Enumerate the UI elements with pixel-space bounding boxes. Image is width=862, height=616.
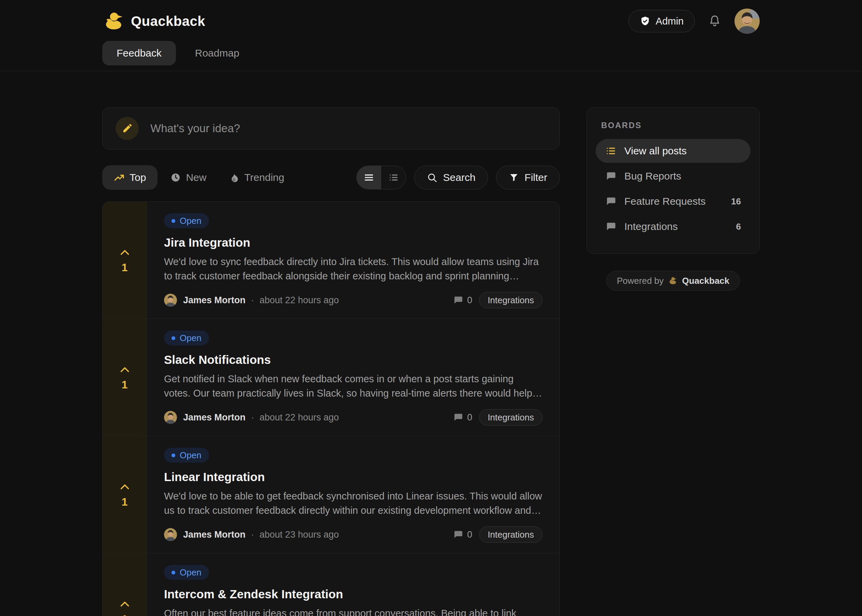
view-list-icon[interactable] [381,166,406,189]
user-avatar[interactable] [734,8,760,34]
clock-icon [170,173,181,182]
top-bar: Quackback Admin [0,0,862,71]
comment-count: 0 [467,412,472,423]
post-row-linear-integration[interactable]: 1 Open Linear Integration We'd love to b… [102,436,559,553]
meta-separator: · [251,412,254,423]
post-title[interactable]: Jira Integration [164,236,542,250]
sort-new-button[interactable]: New [161,165,216,190]
post-description: Often our best feature ideas come from s… [164,606,542,616]
admin-button[interactable]: Admin [629,10,695,32]
search-button[interactable]: Search [414,166,488,189]
sort-top-button[interactable]: Top [102,165,158,190]
sidebar-item-label: Feature Requests [624,196,706,207]
vote-count: 1 [122,613,128,616]
tag-integrations[interactable]: Integrations [479,409,542,426]
upvote-chevron-icon[interactable] [119,598,131,610]
post-title[interactable]: Linear Integration [164,470,542,484]
search-icon [427,173,438,183]
post-title[interactable]: Slack Notifications [164,353,542,366]
meta-separator: · [251,530,254,540]
main-nav-tabs: Feedback Roadmap [102,41,760,71]
comment-count: 0 [467,295,472,306]
view-mode-toggle [356,166,406,189]
tab-roadmap[interactable]: Roadmap [181,41,254,65]
new-idea-composer[interactable]: What's your idea? [102,107,560,149]
sidebar-item-bug-reports[interactable]: Bug Reports [596,164,750,188]
meta-separator: · [251,295,254,306]
comment-count-group: 0 [453,530,472,540]
sidebar-item-label: Integrations [624,221,678,233]
upvote-chevron-icon[interactable] [119,246,131,259]
list-icon [605,146,616,156]
comment-bubble-icon [453,295,463,305]
status-dot-icon [172,219,175,223]
post-description: We'd love to be able to get feedback syn… [164,489,542,517]
chat-bubble-icon [605,171,616,182]
sort-new-label: New [186,172,206,183]
view-rows-icon[interactable] [357,166,381,189]
powered-duck-icon [668,276,678,285]
sidebar-item-view-all-posts[interactable]: View all posts [596,139,750,163]
author-avatar [164,294,177,306]
shield-check-icon [640,16,651,27]
tab-feedback[interactable]: Feedback [102,41,176,65]
status-dot-icon [172,454,175,457]
filter-button[interactable]: Filter [496,166,560,189]
powered-brand-label: Quackback [682,276,730,286]
sidebar-item-label: Bug Reports [624,170,681,182]
sidebar-item-feature-requests[interactable]: Feature Requests 16 [596,189,750,213]
vote-column: 1 [102,436,147,553]
notifications-bell-icon[interactable] [708,14,722,28]
status-badge: Open [164,213,209,228]
filter-label: Filter [525,172,547,183]
status-label: Open [180,216,202,226]
sidebar-item-integrations[interactable]: Integrations 6 [596,215,750,239]
author-avatar [164,528,177,541]
board-count: 16 [731,196,741,207]
upvote-chevron-icon[interactable] [119,481,131,493]
author-name: James Morton [183,295,246,306]
status-dot-icon [172,571,175,574]
status-label: Open [180,567,202,578]
sort-trending-label: Trending [244,172,284,183]
status-badge: Open [164,330,209,346]
chat-bubble-icon [605,221,616,232]
filter-funnel-icon [509,173,519,182]
status-dot-icon [172,336,175,340]
pencil-icon [116,117,139,140]
vote-count: 1 [122,379,128,391]
quackback-logo-duck-icon [102,11,125,32]
sort-toolbar: Top New [102,165,560,190]
boards-card: BOARDS View all posts Bug Reports [586,107,760,254]
vote-count: 1 [122,261,128,274]
tag-integrations[interactable]: Integrations [479,292,542,308]
post-row-jira-integration[interactable]: 1 Open Jira Integration We'd love to syn… [102,202,559,319]
comment-count: 0 [467,530,472,540]
board-count: 6 [736,222,741,232]
vote-column: 1 [102,553,147,616]
sort-top-label: Top [129,172,146,183]
flame-icon [229,173,239,182]
status-label: Open [180,450,202,460]
post-title[interactable]: Intercom & Zendesk Integration [164,588,542,601]
powered-by-badge[interactable]: Powered by Quackback [606,271,740,291]
vote-count: 1 [122,496,128,508]
sort-trending-button[interactable]: Trending [219,165,293,190]
author-name: James Morton [183,530,246,540]
post-timestamp: about 22 hours ago [260,295,339,306]
comment-bubble-icon [453,530,463,540]
post-description: We'd love to sync feedback directly into… [164,255,542,283]
sidebar: BOARDS View all posts Bug Reports [586,107,760,291]
comment-count-group: 0 [453,295,472,306]
comment-bubble-icon [453,412,463,423]
vote-column: 1 [102,202,147,319]
post-row-intercom-zendesk-integration[interactable]: 1 Open Intercom & Zendesk Integration Of… [102,553,559,616]
admin-label: Admin [656,16,684,27]
post-timestamp: about 22 hours ago [260,412,339,423]
tag-integrations[interactable]: Integrations [479,526,542,543]
posts-list: 1 Open Jira Integration We'd love to syn… [102,201,560,616]
composer-placeholder: What's your idea? [150,122,240,135]
search-label: Search [443,172,475,183]
upvote-chevron-icon[interactable] [119,363,131,376]
post-row-slack-notifications[interactable]: 1 Open Slack Notifications Get notified … [102,319,559,436]
